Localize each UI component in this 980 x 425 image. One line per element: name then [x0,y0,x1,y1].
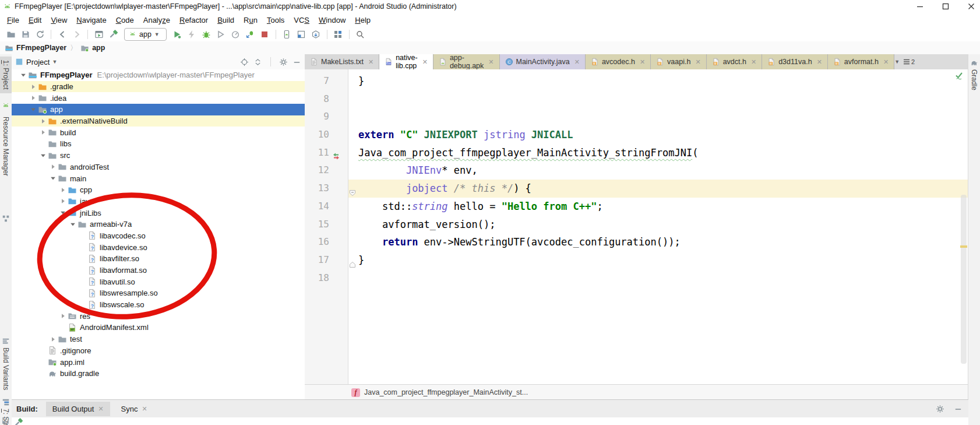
editor-context-bar[interactable]: f Java_com_project_ffmpegplayer_MainActi… [305,384,968,400]
fold-close-icon[interactable] [349,257,356,264]
tree-item-libavdevice-so[interactable]: ?libavdevice.so [12,241,305,253]
close-tab-icon[interactable]: ✕ [883,58,889,66]
tree-item-jnilibs[interactable]: jniLibs [12,207,305,219]
close-tab-icon[interactable]: ✕ [422,58,428,66]
close-tab-icon[interactable]: ✕ [488,58,493,66]
menu-item-build[interactable]: Build [213,15,239,26]
code-line-7[interactable]: 7} [305,72,968,90]
run-anything-button[interactable] [91,28,106,41]
run-config-selector[interactable]: app▼ [124,28,167,41]
hide-icon[interactable] [292,58,301,66]
project-tree[interactable]: FFmpegPlayerE:\projectdown\wlplayer-mast… [12,69,305,380]
editor-scrollbar-thumb[interactable] [961,195,967,364]
stripe-item-gradle[interactable]: Gradle [970,59,978,90]
tree-item-libs[interactable]: libs [12,138,305,150]
tree-item-armeabi-v7a[interactable]: armeabi-v7a [12,219,305,230]
tree-toggle-expanded-icon[interactable] [58,210,67,216]
tab-vaapi-h[interactable]: Hvaapi.h✕ [651,54,707,69]
stripe-item-1-project[interactable]: 1: Project [2,60,10,90]
tab-avformat-h[interactable]: Havformat.h✕ [828,54,894,69]
maximize-button[interactable] [942,2,950,10]
settings-icon[interactable] [279,58,288,66]
tree-item-libavfilter-so[interactable]: ?libavfilter.so [12,253,305,265]
tree-item-libswresample-so[interactable]: ?libswresample.so [12,287,305,299]
settings-icon[interactable] [936,405,944,413]
menu-item-edit[interactable]: Edit [24,15,46,26]
tree-item-idea[interactable]: .idea [12,92,305,104]
tree-item-build[interactable]: build [12,127,305,138]
code-line-16[interactable]: 16 return env->NewStringUTF(avcodec_conf… [305,233,968,251]
forward-button[interactable] [69,28,84,41]
close-tab-icon[interactable]: ✕ [142,405,147,413]
tree-toggle-collapsed-icon[interactable] [58,313,67,319]
close-tab-icon[interactable]: ✕ [695,58,700,66]
tree-item-androidmanifest-xml[interactable]: MFAndroidManifest.xml [12,322,305,333]
breadcrumb-item-app[interactable]: app [80,44,105,52]
profiler-button[interactable] [228,28,243,41]
close-tab-icon[interactable]: ✕ [98,405,103,413]
tree-item-main[interactable]: main [12,173,305,184]
code-line-13[interactable]: 13 jobject /* this */) { [305,180,968,198]
sdk-manager-button[interactable] [309,28,323,41]
menu-item-vcs[interactable]: VCS [289,15,314,26]
menu-item-tools[interactable]: Tools [262,15,289,26]
close-tab-icon[interactable]: ✕ [574,58,580,66]
tree-item-libavcodec-so[interactable]: ?libavcodec.so [12,230,305,242]
code-line-9[interactable]: 9 [305,108,968,126]
close-tab-icon[interactable]: ✕ [640,58,645,66]
open-button[interactable] [3,28,18,41]
stripe-item-resource-manager[interactable]: Resource Manager [2,117,10,176]
menu-item-run[interactable]: Run [239,15,262,26]
minimize-button[interactable] [916,2,924,10]
tree-toggle-expanded-icon[interactable] [68,222,77,227]
toolwindow-switcher-icon[interactable] [2,417,9,424]
code-line-18[interactable]: 18 [305,269,968,287]
layout-inspector-button[interactable] [294,28,309,41]
tree-toggle-collapsed-icon[interactable] [58,198,67,204]
tab-d3d11va-h[interactable]: Hd3d11va.h✕ [762,54,828,69]
coverage-button[interactable] [214,28,228,41]
avd-manager-button[interactable] [280,28,294,41]
tree-item-androidtest[interactable]: androidTest [12,161,305,173]
menu-item-analyze[interactable]: Analyze [139,15,175,26]
scrollbar-warning-mark[interactable] [960,245,967,248]
tree-item-ffmpegplayer[interactable]: FFmpegPlayerE:\projectdown\wlplayer-mast… [12,69,305,81]
close-tab-icon[interactable]: ✕ [817,58,822,66]
code-line-14[interactable]: 14 std::string hello = "Hello from C++"; [305,198,968,216]
tree-item-libavformat-so[interactable]: ?libavformat.so [12,265,305,276]
sync-button[interactable] [33,28,47,41]
tree-item-java[interactable]: java [12,196,305,208]
close-button[interactable] [967,2,975,10]
build-hammer-button[interactable] [106,28,121,41]
tab-app-debug-apk[interactable]: app-debug.apk✕ [433,54,500,69]
tree-item-res[interactable]: res [12,310,305,322]
tree-toggle-collapsed-icon[interactable] [48,336,57,342]
tree-item-app[interactable]: app [12,104,305,115]
code-line-10[interactable]: 10extern "C" JNIEXPORT jstring JNICALL [305,126,968,144]
inspections-ok-icon[interactable] [954,71,964,80]
tree-item-test[interactable]: test [12,333,305,345]
tree-toggle-collapsed-icon[interactable] [29,84,37,90]
stripe-item-favorites[interactable] [2,215,10,223]
tree-item-build-gradle[interactable]: build.gradle [12,368,305,380]
close-tab-icon[interactable]: ✕ [368,58,373,66]
breadcrumb-item-ffmpegplayer[interactable]: FFmpegPlayer [5,44,66,52]
project-structure-button[interactable] [331,28,346,41]
tree-item-libswscale-so[interactable]: ?libswscale.so [12,299,305,311]
run-button[interactable] [170,28,185,41]
code-editor[interactable]: 7}8910extern "C" JNIEXPORT jstring JNICA… [305,69,968,385]
code-line-8[interactable]: 8 [305,90,968,108]
tab-avdct-h[interactable]: Havdct.h✕ [707,54,763,69]
back-button[interactable] [55,28,69,41]
stripe-item-build-variants[interactable]: Build Variants [2,337,10,390]
build-tab-sync[interactable]: Sync✕ [115,402,154,416]
tree-toggle-collapsed-icon[interactable] [29,95,37,101]
menu-item-code[interactable]: Code [111,15,139,26]
stripe-item-android-head[interactable] [2,101,10,110]
apply-changes-button[interactable] [185,28,199,41]
fold-open-icon[interactable] [349,185,356,192]
attach-debugger-button[interactable] [243,28,258,41]
tree-item-cpp[interactable]: cpp [12,184,305,196]
tree-toggle-collapsed-icon[interactable] [38,118,47,124]
stripe-item-active-bg[interactable]: 1: Project [0,57,12,93]
